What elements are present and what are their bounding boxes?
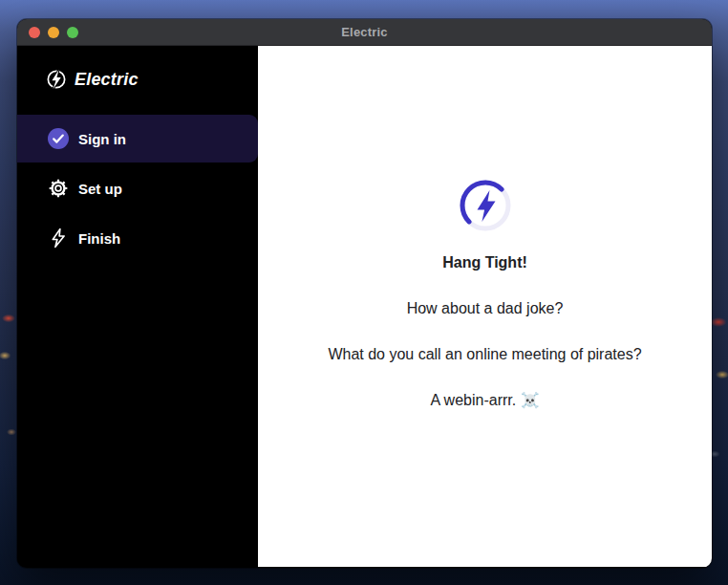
- app-window: Electric Electric: [17, 19, 712, 568]
- joke-question: What do you call an online meeting of pi…: [328, 345, 641, 364]
- close-button[interactable]: [29, 27, 40, 38]
- gear-icon: [48, 178, 69, 199]
- zoom-button[interactable]: [67, 27, 78, 38]
- sidebar-item-label: Finish: [78, 230, 120, 247]
- titlebar[interactable]: Electric: [17, 19, 712, 46]
- sidebar-item-set-up[interactable]: Set up: [17, 164, 258, 212]
- app-logo: Electric: [46, 66, 258, 93]
- lightning-spinner-icon: [459, 179, 512, 232]
- logo-text: Electric: [75, 70, 139, 90]
- sidebar: Electric Sign in: [17, 46, 258, 567]
- logo-lightning-circle-icon: [46, 69, 67, 90]
- joke-intro: How about a dad joke?: [407, 299, 564, 318]
- sidebar-item-label: Sign in: [78, 131, 126, 147]
- sidebar-item-sign-in[interactable]: Sign in: [17, 115, 258, 162]
- sidebar-item-label: Set up: [78, 181, 122, 197]
- page-title: Hang Tight!: [442, 253, 527, 272]
- step-nav: Sign in Set up: [17, 115, 258, 262]
- sidebar-item-finish[interactable]: Finish: [17, 214, 258, 262]
- desktop: { "window": { "title": "Electric", "traf…: [0, 0, 728, 585]
- traffic-lights: [29, 19, 78, 45]
- lightning-icon: [48, 228, 69, 249]
- joke-punchline: A webin-arrr. ☠️: [430, 391, 539, 410]
- main-panel: Hang Tight! How about a dad joke? What d…: [258, 46, 712, 567]
- minimize-button[interactable]: [48, 27, 59, 38]
- check-circle-icon: [48, 128, 69, 149]
- window-title: Electric: [341, 25, 388, 39]
- window-content: Electric Sign in: [17, 46, 712, 567]
